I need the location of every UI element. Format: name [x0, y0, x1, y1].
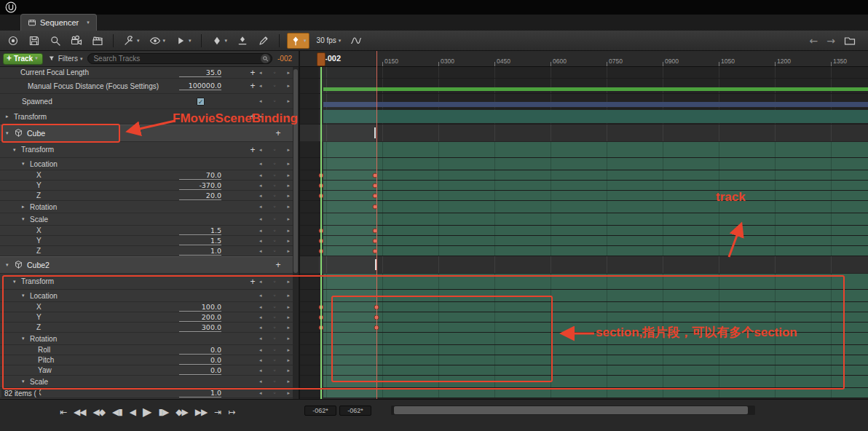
add-section-icon[interactable]: + — [274, 130, 283, 137]
key-navigation[interactable]: ◂◦▸ — [259, 368, 290, 373]
timeline-row-x-12[interactable] — [300, 226, 868, 236]
add-key-icon[interactable]: ◦ — [273, 368, 276, 373]
track-section[interactable] — [323, 246, 868, 256]
edit-tool-button[interactable] — [256, 33, 272, 48]
expander-open-icon[interactable]: ▾ — [22, 379, 30, 384]
timeline-row-rotation-21[interactable] — [300, 333, 868, 345]
auto-key-button[interactable] — [234, 33, 250, 48]
search-tracks-input[interactable]: Search Tracks — [87, 53, 272, 64]
prev-key-icon[interactable]: ◂ — [259, 325, 262, 331]
timeline-row-y-19[interactable] — [300, 312, 868, 323]
playhead-line[interactable] — [320, 67, 322, 399]
value-field[interactable]: 1.5 — [179, 226, 221, 235]
track-section[interactable] — [323, 345, 868, 355]
outliner-row-rotation-10[interactable]: ▸Rotation◂◦▸ — [0, 201, 293, 213]
track-section-blue[interactable] — [323, 102, 868, 107]
track-section[interactable] — [323, 181, 868, 190]
track-section[interactable] — [323, 388, 868, 398]
add-key-icon[interactable]: ◦ — [273, 357, 276, 363]
key-navigation[interactable]: ◂◦▸ — [259, 347, 290, 353]
track-section-teal[interactable] — [323, 110, 868, 123]
expander-open-icon[interactable]: ▾ — [22, 336, 30, 341]
next-key-icon[interactable]: ▸ — [287, 248, 290, 254]
key-navigation[interactable]: ◂◦▸ — [259, 390, 290, 396]
play-reverse-button[interactable]: ◀ — [130, 407, 135, 417]
search-icon[interactable] — [261, 54, 270, 63]
value-field[interactable]: 100000.0 — [179, 82, 221, 90]
add-key-icon[interactable]: ◦ — [273, 379, 276, 384]
prev-key-icon[interactable]: ◂ — [259, 228, 262, 234]
key-navigation[interactable]: ◂◦▸ — [259, 325, 290, 331]
add-key-icon[interactable]: ◦ — [273, 304, 276, 310]
save-button[interactable] — [26, 33, 42, 48]
next-key-icon[interactable]: ▸ — [287, 379, 290, 384]
scrollbar-thumb[interactable] — [293, 69, 298, 273]
outliner-scrollbar[interactable] — [293, 67, 299, 399]
add-key-icon[interactable]: ◦ — [273, 315, 276, 320]
track-section[interactable] — [323, 333, 868, 344]
outliner-row-cube2-15[interactable]: ▾Cube2+ — [0, 256, 293, 274]
timeline-row-location-17[interactable] — [300, 290, 868, 302]
step-forward-button[interactable]: ▮▶ — [158, 407, 168, 417]
add-key-icon[interactable]: ◦ — [273, 325, 276, 331]
expander-closed-icon[interactable]: ▸ — [22, 204, 30, 210]
outliner-row-transform-5[interactable]: ▾Transform+◂◦▸ — [0, 142, 293, 158]
value-field[interactable]: 300.0 — [179, 323, 221, 332]
timeline-row-spawned-2[interactable] — [300, 94, 868, 109]
tab-sequencer[interactable]: Sequencer ▾ — [20, 14, 97, 31]
timeline-row-cube2-15[interactable] — [300, 256, 868, 274]
timeline-row-pitch-23[interactable] — [300, 355, 868, 365]
spawned-checkbox[interactable]: ✓ — [197, 98, 205, 106]
add-key-icon[interactable]: ◦ — [273, 70, 276, 76]
value-field[interactable]: 70.0 — [179, 171, 221, 180]
add-key-icon[interactable]: ◦ — [273, 216, 276, 222]
prev-key-icon[interactable]: ◂ — [259, 336, 262, 341]
value-field[interactable]: 200.0 — [179, 313, 221, 322]
timeline-row-rotation-10[interactable] — [300, 201, 868, 213]
prev-key-icon[interactable]: ◂ — [259, 304, 262, 310]
prev-key-icon[interactable]: ◂ — [259, 248, 262, 254]
key-navigation[interactable]: ◂◦▸ — [259, 379, 290, 384]
outliner-row-y-19[interactable]: Y200.0◂◦▸ — [0, 312, 293, 323]
add-section-icon[interactable]: + — [248, 113, 257, 120]
key-navigation[interactable]: ◂◦▸ — [259, 357, 290, 363]
add-section-icon[interactable]: + — [248, 69, 257, 76]
next-key-button[interactable]: ◆▶ — [175, 407, 187, 417]
scrollbar-thumb[interactable] — [394, 406, 748, 414]
next-key-icon[interactable]: ▸ — [287, 204, 290, 210]
outliner-row-x-7[interactable]: X70.0◂◦▸ — [0, 170, 293, 181]
find-in-content-browser-button[interactable] — [47, 33, 63, 48]
timeline-row-z-9[interactable] — [300, 191, 868, 201]
prev-key-icon[interactable]: ◂ — [259, 183, 262, 189]
prev-key-icon[interactable]: ◂ — [259, 83, 262, 89]
timeline-row-transform-3[interactable] — [300, 109, 868, 124]
expander-open-icon[interactable]: ▾ — [22, 161, 30, 167]
expander-open-icon[interactable]: ▾ — [22, 293, 30, 298]
timeline-scrollbar[interactable] — [391, 406, 755, 415]
outliner-row-transform-3[interactable]: ▸Transform+◂◦▸ — [0, 109, 293, 124]
outliner-row-x-18[interactable]: X100.0◂◦▸ — [0, 302, 293, 312]
track-section[interactable] — [323, 170, 868, 180]
outliner-row-y-13[interactable]: Y1.5◂◦▸ — [0, 236, 293, 246]
create-camera-button[interactable] — [68, 33, 84, 48]
value-field[interactable]: 35.0 — [179, 68, 221, 77]
add-key-icon[interactable]: ◦ — [273, 204, 276, 210]
next-key-icon[interactable]: ▸ — [287, 304, 290, 310]
next-key-icon[interactable]: ▸ — [287, 183, 290, 189]
add-key-icon[interactable]: ◦ — [273, 83, 276, 89]
expander-open-icon[interactable]: ▾ — [6, 130, 14, 136]
keyframe-options-menu[interactable]: ▾ — [209, 33, 230, 48]
timeline-row-location-6[interactable] — [300, 158, 868, 170]
outliner-row-z-14[interactable]: Z1.0◂◦▸ — [0, 246, 293, 256]
next-key-icon[interactable]: ▸ — [287, 173, 290, 178]
add-key-icon[interactable]: ◦ — [273, 279, 276, 285]
expander-open-icon[interactable]: ▾ — [13, 147, 21, 153]
previous-key-button[interactable]: ◀◆ — [93, 407, 105, 417]
key-navigation[interactable]: ◂◦▸ — [259, 279, 290, 285]
value-field[interactable]: 1.5 — [179, 237, 221, 245]
value-field[interactable]: 0.0 — [179, 366, 221, 375]
timeline-row-scale-25[interactable] — [300, 376, 868, 388]
prev-key-icon[interactable]: ◂ — [259, 204, 262, 210]
add-section-icon[interactable]: + — [248, 278, 257, 285]
key-navigation[interactable]: ◂◦▸ — [259, 83, 290, 89]
